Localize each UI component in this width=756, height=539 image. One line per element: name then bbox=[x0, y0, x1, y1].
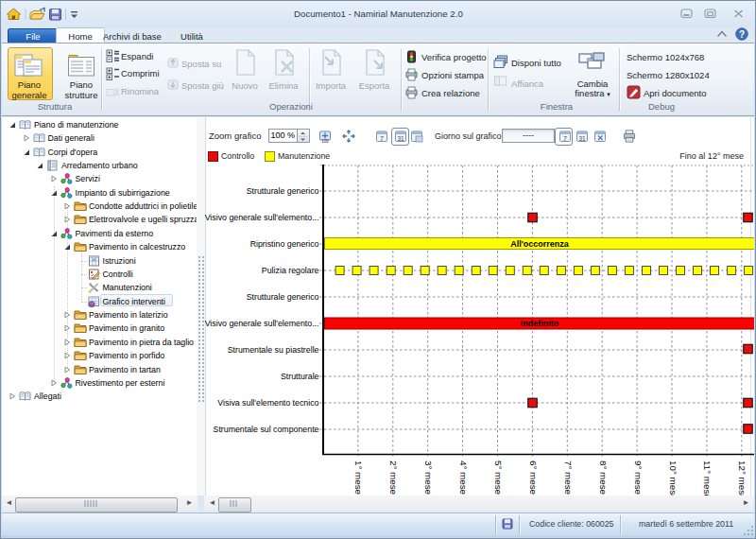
svg-text:6° mese: 6° mese bbox=[528, 461, 539, 496]
svg-text:5° mese: 5° mese bbox=[493, 461, 504, 496]
svg-text:Ripristino generico: Ripristino generico bbox=[250, 239, 319, 249]
svg-text:7: 7 bbox=[380, 135, 384, 142]
svg-text:indefinito: indefinito bbox=[521, 319, 559, 328]
svg-text:All'occorrenza: All'occorrenza bbox=[510, 239, 570, 249]
svg-text:?: ? bbox=[739, 29, 745, 40]
svg-text:3° mese: 3° mese bbox=[423, 461, 434, 496]
svg-text:7: 7 bbox=[563, 135, 567, 142]
svg-text:10° mese: 10° mese bbox=[668, 461, 679, 496]
svg-text:Strumentale sul componente: Strumentale sul componente bbox=[214, 425, 319, 434]
svg-text:2° mese: 2° mese bbox=[388, 461, 399, 496]
svg-text:Visivo generale sull'elemento.: Visivo generale sull'elemento... bbox=[205, 213, 319, 222]
svg-text:Visiva sull'elemento tecnico: Visiva sull'elemento tecnico bbox=[217, 398, 318, 408]
svg-text:7° mese: 7° mese bbox=[563, 461, 574, 496]
svg-text:31: 31 bbox=[578, 135, 586, 142]
svg-text:Strutturale: Strutturale bbox=[281, 372, 319, 381]
svg-text:8° mese: 8° mese bbox=[598, 461, 609, 496]
svg-text:12° mese: 12° mese bbox=[737, 461, 747, 496]
svg-text:9° mese: 9° mese bbox=[633, 461, 644, 496]
svg-text:Visivo generale sull'elemento.: Visivo generale sull'elemento... bbox=[205, 319, 319, 328]
svg-text:11° mese: 11° mese bbox=[702, 461, 713, 496]
svg-text:4° mese: 4° mese bbox=[458, 461, 469, 496]
svg-text:31: 31 bbox=[397, 135, 404, 142]
svg-text:Strumentale su piastrelle: Strumentale su piastrelle bbox=[228, 345, 319, 355]
svg-text:Strutturale generico: Strutturale generico bbox=[247, 186, 319, 196]
svg-text:1° mese: 1° mese bbox=[353, 461, 364, 496]
svg-text:Strutturale generico: Strutturale generico bbox=[247, 292, 319, 302]
svg-text:100: 100 bbox=[321, 139, 329, 143]
svg-text:Pulizia regolare: Pulizia regolare bbox=[262, 266, 319, 275]
